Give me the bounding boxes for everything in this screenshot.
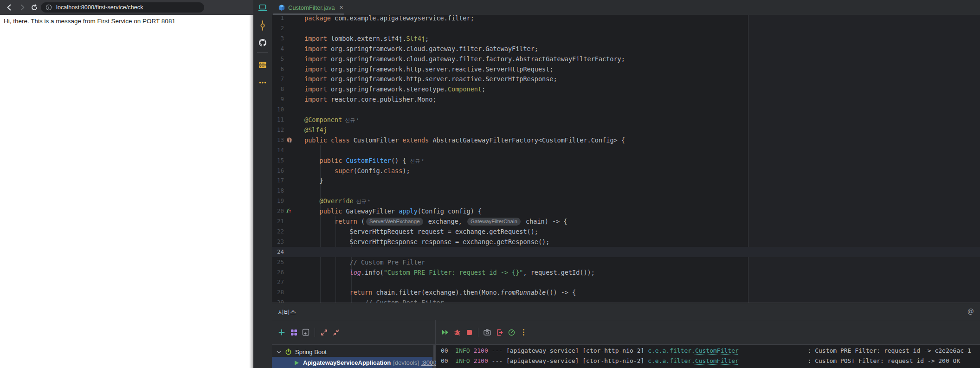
code-line[interactable]: 25 // Custom Pre Filter — [272, 257, 980, 267]
rerun-button[interactable] — [439, 326, 451, 338]
code-token — [304, 207, 320, 215]
code-line[interactable]: 12@Slf4j — [272, 125, 980, 135]
thread-dump-camera-icon[interactable] — [481, 326, 493, 338]
toolbar-divider — [315, 328, 315, 337]
code-line[interactable]: 18 — [272, 186, 980, 196]
code-token: @Override — [320, 197, 354, 205]
code-line[interactable]: 23 ServerHttpResponse response = exchang… — [272, 237, 980, 247]
code-line[interactable]: 2 — [272, 23, 980, 33]
code-text: ServerHttpResponse response = exchange.g… — [304, 237, 549, 247]
code-text: ServerHttpRequest request = exchange.get… — [304, 226, 538, 237]
github-icon[interactable] — [258, 38, 267, 47]
code-text: import org.springframework.http.server.r… — [304, 64, 553, 74]
code-token: org.springframework.http.server.reactive… — [331, 65, 554, 73]
code-line[interactable]: 20f↑ public GatewayFilter apply(Config c… — [272, 206, 980, 216]
code-line[interactable]: 28 return chain.filter(exchange).then(Mo… — [272, 287, 980, 297]
code-line[interactable]: 8import org.springframework.stereotype.C… — [272, 84, 980, 94]
mention-at-icon[interactable]: @ — [967, 308, 974, 315]
services-icon[interactable] — [258, 60, 267, 70]
open-in-new-tab-icon[interactable] — [300, 326, 312, 338]
code-line[interactable]: 6import org.springframework.http.server.… — [272, 64, 980, 74]
code-line[interactable]: 5import org.springframework.cloud.gatewa… — [272, 54, 980, 64]
line-number: 17 — [272, 175, 284, 186]
code-token: chain.filter(exchange).then(Mono. — [372, 289, 500, 296]
code-line[interactable]: 24 — [272, 247, 980, 257]
code-line[interactable]: 21 return (ServerWebExchange exchange, G… — [272, 216, 980, 226]
services-toolbar: 콘솔 Bean 상태 API 매핑 {..} — [272, 320, 980, 345]
code-token: "Custom PRE Filter: request id -> {}" — [384, 269, 523, 276]
add-service-button[interactable] — [276, 326, 288, 338]
back-button[interactable] — [4, 2, 15, 13]
code-line[interactable]: 9import reactor.core.publisher.Mono; — [272, 94, 980, 104]
reload-button[interactable] — [29, 2, 40, 13]
code-text: return chain.filter(exchange).then(Mono.… — [304, 287, 576, 297]
code-line[interactable]: 4import org.springframework.cloud.gatewa… — [272, 44, 980, 54]
code-line[interactable]: 16 super(Config.class); — [272, 166, 980, 176]
code-line[interactable]: 1package com.example.apigatewayservice.f… — [272, 15, 980, 23]
code-line[interactable]: 22 ServerHttpRequest request = exchange.… — [272, 226, 980, 237]
site-info-icon[interactable] — [45, 4, 52, 11]
expand-all-button[interactable] — [318, 326, 330, 338]
gutter-spring-bean-icon[interactable] — [286, 137, 293, 143]
code-token: // Custom Pre Filter — [304, 258, 425, 266]
line-number: 5 — [272, 54, 284, 64]
line-number: 9 — [272, 94, 284, 104]
forward-button[interactable] — [17, 2, 28, 13]
url-text[interactable]: localhost:8000/first-service/check — [56, 4, 143, 11]
code-line[interactable]: 10 — [272, 104, 980, 115]
code-line[interactable]: 27 — [272, 277, 980, 287]
url-bar[interactable]: localhost:8000/first-service/check — [41, 2, 204, 13]
log-line[interactable]: 00 INFO 2100 --- [apigateway-service] [c… — [441, 346, 971, 355]
stop-button[interactable] — [463, 326, 475, 338]
code-token: public — [320, 157, 346, 164]
remote-laptop-icon[interactable] — [258, 3, 267, 13]
code-editor[interactable]: 1package com.example.apigatewayservice.f… — [272, 15, 980, 303]
more-tool-windows-icon[interactable] — [258, 78, 267, 87]
exit-application-icon[interactable] — [493, 326, 505, 338]
code-line[interactable]: 19 @Override 신규 * — [272, 196, 980, 206]
line-number: 25 — [272, 257, 284, 267]
more-options-kebab-icon[interactable] — [517, 326, 529, 338]
gutter-overriding-method-icon[interactable]: f↑ — [286, 208, 293, 214]
code-line[interactable]: 3import lombok.extern.slf4j.Slf4j; — [272, 33, 980, 44]
code-line[interactable]: 26 log.info("Custom PRE Filter: request … — [272, 267, 980, 278]
code-token: , request.getId()); — [523, 269, 594, 276]
git-commit-icon[interactable] — [258, 21, 267, 30]
tab-close-icon[interactable]: × — [339, 4, 343, 11]
line-number: 12 — [272, 125, 284, 135]
logger-class-link[interactable]: CustomFilter — [695, 357, 739, 364]
chevron-down-icon[interactable] — [277, 350, 281, 354]
tab-customfilter-java[interactable]: CustomFilter.java × — [274, 0, 348, 15]
code-line[interactable]: 11@Component 신규 * — [272, 115, 980, 125]
back-arrow-icon — [6, 4, 13, 11]
code-token: com.example.apigatewayservice.filter; — [335, 15, 474, 22]
code-token: org.springframework.stereotype. — [331, 85, 448, 93]
forward-arrow-icon — [19, 4, 26, 11]
code-line[interactable]: 14 — [272, 145, 980, 155]
collapse-all-button[interactable] — [330, 326, 342, 338]
code-line[interactable]: 17 } — [272, 175, 980, 186]
gc-gauge-icon[interactable] — [505, 326, 517, 338]
line-number: 29 — [272, 297, 284, 303]
code-line[interactable]: 7import org.springframework.http.server.… — [272, 74, 980, 84]
tree-row-spring-boot[interactable]: Spring Boot — [272, 347, 435, 357]
code-line[interactable]: 29 // Custom Post Filter — [272, 297, 980, 303]
code-text: import reactor.core.publisher.Mono; — [304, 94, 436, 104]
console-output[interactable]: 00 INFO 2100 --- [apigateway-service] [c… — [436, 345, 980, 368]
line-number: 11 — [272, 115, 284, 125]
code-line[interactable]: 15 public CustomFilter() { 신규 * — [272, 155, 980, 166]
debug-button[interactable] — [451, 326, 463, 338]
log-line[interactable]: 00 INFO 2100 --- [apigateway-service] [c… — [441, 356, 960, 366]
logger-class-link[interactable]: CustomFilter — [695, 347, 739, 354]
line-number: 1 — [272, 15, 284, 23]
tree-row-application[interactable]: ApigatewayServiceApplication [devtools] … — [272, 357, 432, 368]
code-token: CustomFilter — [346, 157, 391, 164]
group-by-icon[interactable] — [288, 326, 300, 338]
tree-scrollbar[interactable] — [433, 345, 435, 368]
services-tree: Spring Boot ApigatewayServiceApplication… — [272, 345, 435, 368]
spring-boot-power-icon — [285, 349, 291, 355]
code-line[interactable]: 13public class CustomFilter extends Abst… — [272, 135, 980, 145]
reload-icon — [31, 4, 38, 11]
line-number: 23 — [272, 237, 284, 247]
services-panel-header[interactable]: 서비스 @ — [272, 303, 980, 320]
